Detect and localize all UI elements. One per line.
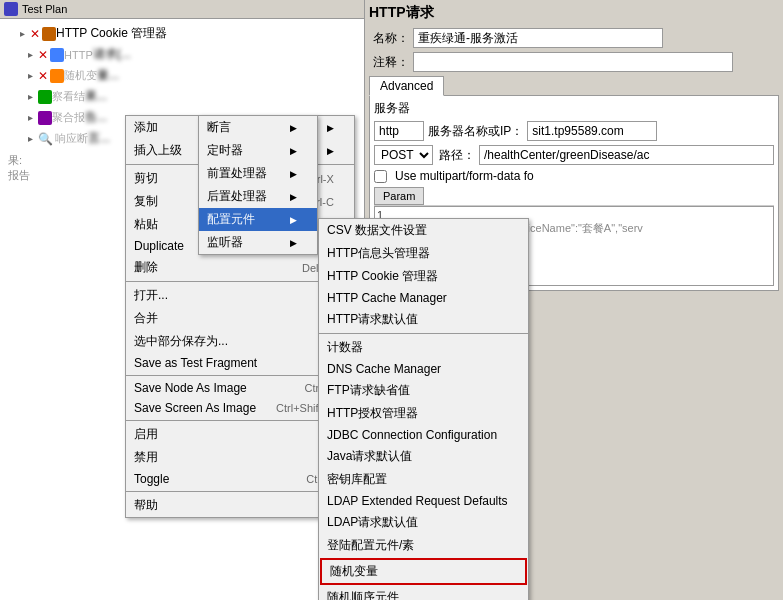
menu-save-node-label: Save Node As Image [134,381,247,395]
jdbc-config-label: JDBC Connection Configuration [327,428,497,442]
server-ip-input[interactable] [527,121,657,141]
menu-toggle-label: Toggle [134,472,169,486]
protocol-input[interactable] [374,121,424,141]
submenu-counter[interactable]: 计数器 [319,336,528,359]
multipart-checkbox[interactable] [374,170,387,183]
menu-merge-label: 合并 [134,310,158,327]
response-label: 响应断 [55,131,88,146]
submenu-random-order[interactable]: 随机顺序元件 [319,586,528,600]
multipart-row: Use multipart/form-data fo [374,169,774,183]
random-label: 随机变 [64,68,97,83]
method-select[interactable]: POST [374,145,433,165]
random-x-icon: ✕ [38,69,48,83]
testplan-icon [4,2,18,16]
menu-cut-label: 剪切 [134,170,158,187]
postprocessor-label: 后置处理器 [207,188,267,205]
submenu-dns-cache[interactable]: DNS Cache Manager [319,359,528,379]
submenu-ftp-defaults[interactable]: FTP请求缺省值 [319,379,528,402]
preprocessor-label: 前置处理器 [207,165,267,182]
http-auth-label: HTTP授权管理器 [327,405,418,422]
multipart-label: Use multipart/form-data fo [395,169,534,183]
csv-label: CSV 数据文件设置 [327,222,427,239]
submenu-http-defaults[interactable]: HTTP请求默认值 [319,308,528,331]
method-row: POST 路径： [374,145,774,165]
submenu-login-config[interactable]: 登陆配置元件/素 [319,534,528,557]
http-defaults-label: HTTP请求默认值 [327,311,418,328]
tree-item-chart[interactable]: ▸ 察看结 果... [12,86,360,107]
submenu-config: CSV 数据文件设置 HTTP信息头管理器 HTTP Cookie 管理器 HT… [318,218,529,600]
submenu-http-auth[interactable]: HTTP授权管理器 [319,402,528,425]
params-tabs: Param [374,187,774,206]
submenu-http-cache[interactable]: HTTP Cache Manager [319,288,528,308]
dns-cache-label: DNS Cache Manager [327,362,441,376]
submenu-http-header[interactable]: HTTP信息头管理器 [319,242,528,265]
response-label-blurred: 言... [88,130,110,147]
submenu-keystore[interactable]: 密钥库配置 [319,468,528,491]
name-label: 名称： [369,30,409,47]
http-header-label: HTTP信息头管理器 [327,245,430,262]
http-cookie-label: HTTP Cookie 管理器 [327,268,438,285]
submenu-item-assertion[interactable]: 断言 [199,116,317,139]
menu-paste-label: 粘贴 [134,216,158,233]
menu-open-label: 打开... [134,287,168,304]
tabs-bar: Advanced [369,76,779,96]
submenu-jdbc-config[interactable]: JDBC Connection Configuration [319,425,528,445]
menu-copy-label: 复制 [134,193,158,210]
submenu-csv[interactable]: CSV 数据文件设置 [319,219,528,242]
tree-item-http[interactable]: ▸ ✕ HTTP 请求(... [12,44,360,65]
menu-insert-label: 插入上级 [134,142,182,159]
http-cache-label: HTTP Cache Manager [327,291,447,305]
panel-title: HTTP请求 [369,4,779,22]
submenu-item-listener[interactable]: 监听器 [199,231,317,254]
login-config-label: 登陆配置元件/素 [327,537,414,554]
submenu-item-config[interactable]: 配置元件 [199,208,317,231]
path-input[interactable] [479,145,774,165]
menu-save-fragment-label: Save as Test Fragment [134,356,257,370]
cookie-icon [42,27,56,41]
menu-disable-label: 禁用 [134,449,158,466]
menu-enable-label: 启用 [134,426,158,443]
random-label-blurred: 量... [97,67,119,84]
chart-label: 察看结 [52,89,85,104]
ftp-defaults-label: FTP请求缺省值 [327,382,410,399]
protocol-row: 服务器名称或IP： [374,121,774,141]
arrow-merge: ▸ [28,112,38,123]
server-label: 服务器 [374,100,410,117]
tree-item-cookie[interactable]: ▸ ✕ HTTP Cookie 管理器 [4,23,360,44]
merge-label: 聚合报 [52,110,85,125]
submenu-java-defaults[interactable]: Java请求默认值 [319,445,528,468]
tab-advanced[interactable]: Advanced [369,76,444,96]
http-label: HTTP [64,49,93,61]
comment-input[interactable] [413,52,733,72]
submenu-ldap-extended[interactable]: LDAP Extended Request Defaults [319,491,528,511]
submenu-ldap-defaults[interactable]: LDAP请求默认值 [319,511,528,534]
java-defaults-label: Java请求默认值 [327,448,412,465]
submenu-item-preprocessor[interactable]: 前置处理器 [199,162,317,185]
server-ip-label: 服务器名称或IP： [428,123,523,140]
random-icon [50,69,64,83]
server-row: 服务器 [374,100,774,117]
submenu-random-var[interactable]: 随机变量 [320,558,527,585]
tree-header: Test Plan [0,0,364,19]
config-label: 配置元件 [207,211,255,228]
merge-label-blurred: 告... [85,109,107,126]
submenu-item-postprocessor[interactable]: 后置处理器 [199,185,317,208]
comment-row: 注释： [369,52,779,72]
menu-del-label: 删除 [134,259,158,276]
submenu-item-timer[interactable]: 定时器 [199,139,317,162]
cookie-label: HTTP Cookie 管理器 [56,25,167,42]
params-tab[interactable]: Param [374,187,424,205]
merge-icon [38,111,52,125]
timer-label: 定时器 [207,142,243,159]
tree-item-random[interactable]: ▸ ✕ 随机变 量... [12,65,360,86]
menu-dup-label: Duplicate [134,239,184,253]
tree-root-label: Test Plan [22,3,67,15]
arrow-http: ▸ [28,49,38,60]
random-order-label: 随机顺序元件 [327,589,399,600]
arrow-response: ▸ [28,133,38,144]
http-x-icon: ✕ [38,48,48,62]
name-input[interactable] [413,28,663,48]
http-label-blurred: 请求(... [93,46,131,63]
submenu-http-cookie[interactable]: HTTP Cookie 管理器 [319,265,528,288]
http-icon [50,48,64,62]
